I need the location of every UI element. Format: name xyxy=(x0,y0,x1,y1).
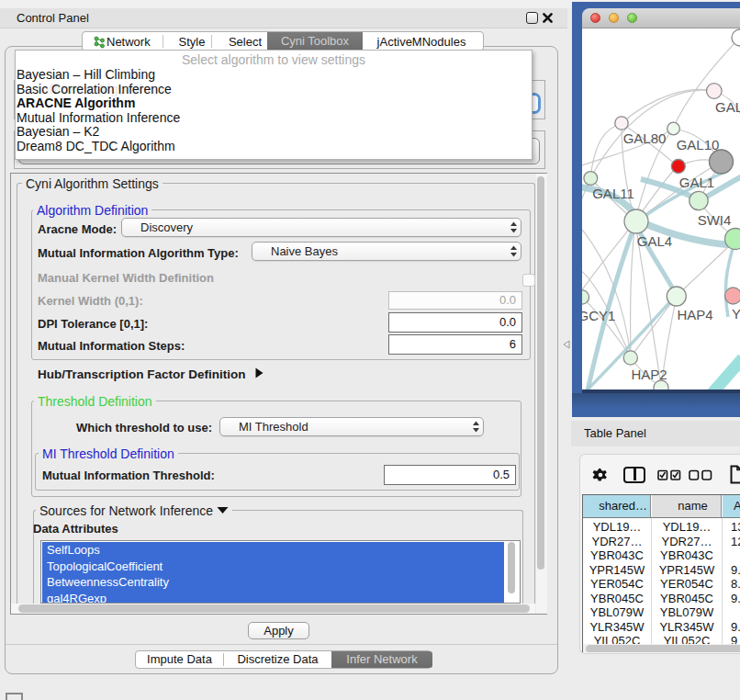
svg-text:SWI4: SWI4 xyxy=(698,212,732,228)
svg-text:GAL10: GAL10 xyxy=(677,137,720,152)
svg-text:GAL7: GAL7 xyxy=(715,99,740,115)
svg-text:HAP2: HAP2 xyxy=(631,367,667,382)
svg-text:GAL1: GAL1 xyxy=(679,175,714,190)
svg-text:GAL4: GAL4 xyxy=(637,233,672,249)
svg-text:HAP4: HAP4 xyxy=(677,307,712,322)
svg-text:GAL80: GAL80 xyxy=(623,130,667,146)
svg-text:GAL11: GAL11 xyxy=(592,186,634,201)
svg-text:YJ: YJ xyxy=(732,306,740,322)
svg-text:GCY1: GCY1 xyxy=(582,308,615,323)
